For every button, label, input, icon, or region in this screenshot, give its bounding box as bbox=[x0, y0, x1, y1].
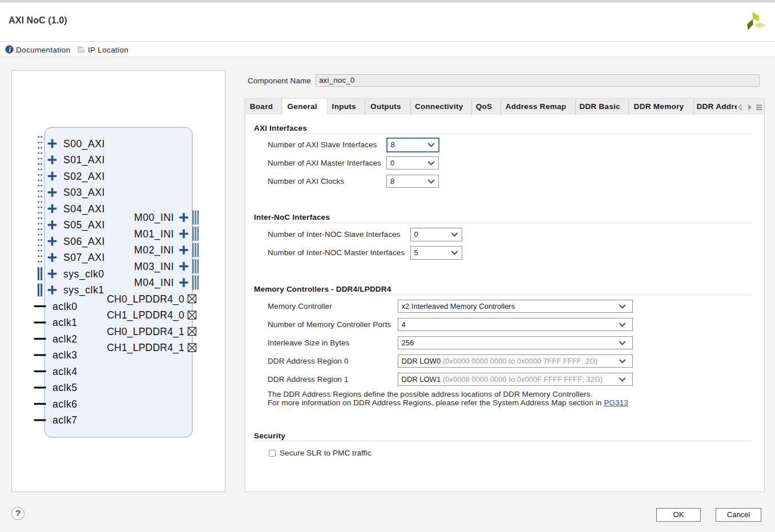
svg-text:aclk3: aclk3 bbox=[53, 349, 78, 361]
svg-text:M03_INI: M03_INI bbox=[134, 261, 174, 273]
svg-text:M02_INI: M02_INI bbox=[134, 244, 174, 256]
svg-text:CH0_LPDDR4_1: CH0_LPDDR4_1 bbox=[107, 326, 184, 338]
svg-text:S07_AXI: S07_AXI bbox=[63, 252, 105, 264]
svg-text:aclk7: aclk7 bbox=[53, 414, 78, 426]
svg-text:CH0_LPDDR4_0: CH0_LPDDR4_0 bbox=[107, 293, 184, 305]
svg-text:S03_AXI: S03_AXI bbox=[63, 187, 105, 199]
svg-text:aclk1: aclk1 bbox=[53, 317, 78, 328]
svg-text:S00_AXI: S00_AXI bbox=[63, 138, 105, 150]
svg-text:S02_AXI: S02_AXI bbox=[63, 171, 105, 183]
svg-text:S04_AXI: S04_AXI bbox=[63, 203, 105, 215]
svg-text:aclk5: aclk5 bbox=[53, 382, 78, 393]
svg-text:sys_clk1: sys_clk1 bbox=[63, 284, 104, 296]
svg-text:aclk0: aclk0 bbox=[53, 301, 78, 312]
svg-text:CH1_LPDDR4_1: CH1_LPDDR4_1 bbox=[107, 342, 184, 354]
svg-text:M04_INI: M04_INI bbox=[134, 277, 174, 289]
svg-text:S05_AXI: S05_AXI bbox=[63, 219, 105, 231]
svg-text:M01_INI: M01_INI bbox=[134, 228, 174, 240]
svg-text:M00_INI: M00_INI bbox=[134, 212, 174, 224]
svg-text:sys_clk0: sys_clk0 bbox=[63, 268, 104, 280]
svg-text:S06_AXI: S06_AXI bbox=[63, 236, 105, 248]
svg-text:CH1_LPDDR4_0: CH1_LPDDR4_0 bbox=[107, 309, 184, 321]
svg-text:aclk4: aclk4 bbox=[53, 366, 78, 377]
svg-text:aclk6: aclk6 bbox=[53, 398, 78, 410]
svg-text:S01_AXI: S01_AXI bbox=[63, 154, 105, 166]
svg-text:aclk2: aclk2 bbox=[53, 333, 78, 345]
